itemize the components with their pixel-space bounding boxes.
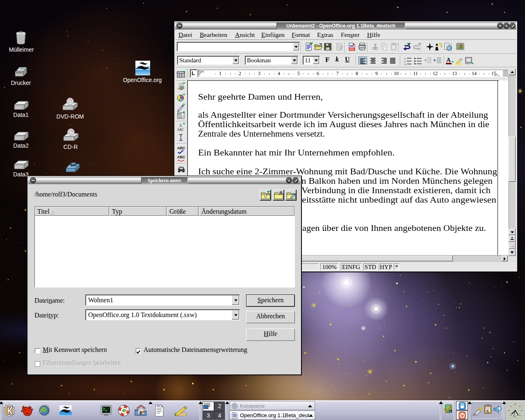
svg-text:ABC: ABC [177,155,185,159]
svg-text:ABC: ABC [177,128,184,131]
svg-text:PDF: PDF [349,48,354,50]
svg-text:K: K [486,409,489,413]
svg-text:3.: 3. [404,63,406,65]
svg-text:A: A [446,57,451,63]
svg-text:ABC: ABC [177,146,185,150]
